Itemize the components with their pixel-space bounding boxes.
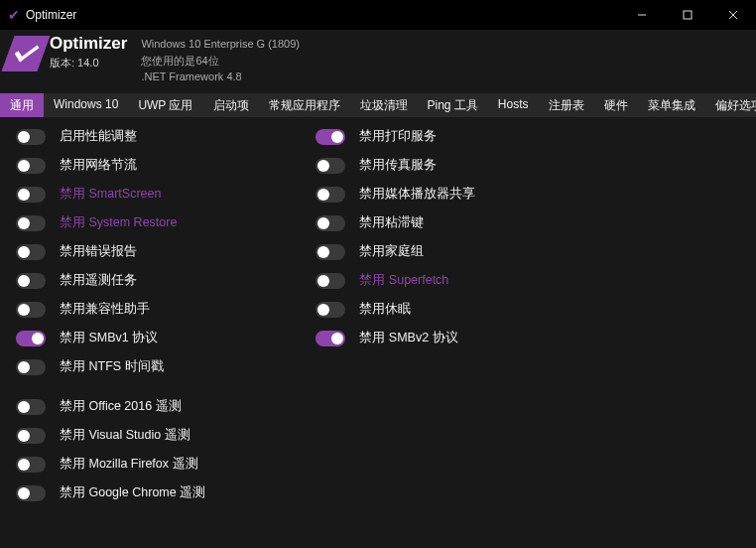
toggle-switch[interactable] [16, 428, 46, 444]
toggle-row: 启用性能调整 [16, 127, 177, 147]
window-controls [619, 0, 756, 30]
toggle-label: 禁用 Visual Studio 遥测 [60, 427, 190, 444]
toggle-row: 禁用 Google Chrome 遥测 [16, 483, 740, 503]
toggle-label: 禁用错误报告 [60, 243, 137, 260]
tab-垃圾清理[interactable]: 垃圾清理 [350, 93, 418, 117]
toggle-row: 禁用媒体播放器共享 [315, 185, 475, 205]
titlebar: ✔ Optimizer [0, 0, 756, 30]
app-version: 版本: 14.0 [50, 56, 127, 70]
toggle-label: 禁用网络节流 [60, 157, 137, 174]
toggle-row: 禁用传真服务 [315, 156, 475, 176]
content-panel: 启用性能调整禁用网络节流禁用 SmartScreen禁用 System Rest… [0, 117, 756, 513]
toggle-switch[interactable] [315, 158, 345, 174]
toggle-switch[interactable] [16, 244, 46, 260]
toggle-switch[interactable] [16, 399, 46, 415]
app-icon: ✔ [8, 7, 20, 23]
tab-常规应用程序[interactable]: 常规应用程序 [259, 93, 350, 117]
toggle-row: 禁用粘滞键 [315, 213, 475, 233]
app-info: Optimizer 版本: 14.0 [50, 34, 127, 70]
toggle-row: 禁用 NTFS 时间戳 [16, 357, 177, 377]
toggle-label: 禁用兼容性助手 [60, 301, 150, 318]
tab-通用[interactable]: 通用 [0, 93, 44, 117]
net-line: .NET Framework 4.8 [141, 68, 300, 85]
arch-line: 您使用的是64位 [141, 53, 300, 69]
maximize-button[interactable] [665, 0, 710, 30]
tab-硬件[interactable]: 硬件 [594, 93, 638, 117]
toggle-label: 禁用 Superfetch [359, 272, 448, 289]
tab-偏好选项[interactable]: 偏好选项 [705, 93, 756, 117]
toggle-switch[interactable] [315, 129, 345, 145]
toggle-row: 禁用遥测任务 [16, 271, 177, 291]
toggle-label: 禁用休眠 [359, 301, 411, 318]
toggle-row: 禁用网络节流 [16, 156, 177, 176]
toggle-row: 禁用 Mozilla Firefox 遥测 [16, 455, 740, 475]
toggle-label: 禁用传真服务 [359, 157, 437, 174]
toggle-switch[interactable] [16, 359, 46, 375]
toggle-row: 禁用 SmartScreen [16, 185, 177, 205]
toggle-row: 禁用休眠 [315, 300, 475, 320]
toggle-switch[interactable] [315, 273, 345, 289]
toggle-row: 禁用 Office 2016 遥测 [16, 397, 740, 417]
toggle-switch[interactable] [16, 331, 46, 346]
svg-rect-1 [684, 11, 692, 19]
toggle-switch[interactable] [315, 244, 345, 260]
toggle-label: 禁用 SmartScreen [60, 186, 161, 203]
logo-icon [8, 36, 44, 71]
toggle-label: 禁用家庭组 [359, 243, 424, 260]
os-line: Windows 10 Enterprise G (1809) [141, 36, 300, 53]
toggle-switch[interactable] [315, 331, 345, 346]
toggle-label: 禁用 NTFS 时间戳 [60, 358, 164, 375]
toggle-row: 禁用 SMBv1 协议 [16, 329, 177, 348]
tab-bar: 通用Windows 10UWP 应用启动项常规应用程序垃圾清理Ping 工具Ho… [0, 93, 756, 117]
tab-启动项[interactable]: 启动项 [203, 93, 259, 117]
minimize-button[interactable] [619, 0, 665, 30]
toggle-switch[interactable] [16, 129, 46, 145]
tab-注册表[interactable]: 注册表 [539, 93, 594, 117]
tab-菜单集成[interactable]: 菜单集成 [638, 93, 705, 117]
toggle-label: 禁用粘滞键 [359, 214, 424, 231]
toggle-row: 禁用家庭组 [315, 242, 475, 262]
system-info: Windows 10 Enterprise G (1809) 您使用的是64位 … [141, 36, 300, 85]
toggle-switch[interactable] [315, 187, 345, 203]
toggle-label: 禁用 Office 2016 遥测 [60, 398, 182, 415]
toggle-column-left: 启用性能调整禁用网络节流禁用 SmartScreen禁用 System Rest… [16, 127, 177, 377]
toggle-row: 禁用打印服务 [315, 127, 475, 147]
toggle-label: 禁用 SMBv2 协议 [359, 330, 457, 346]
toggle-switch[interactable] [16, 485, 46, 501]
tab-Hosts[interactable]: Hosts [488, 93, 539, 117]
toggle-column-bottom: 禁用 Office 2016 遥测禁用 Visual Studio 遥测禁用 M… [16, 397, 740, 503]
tab-UWP 应用[interactable]: UWP 应用 [128, 93, 202, 117]
tab-Ping 工具[interactable]: Ping 工具 [418, 93, 488, 117]
toggle-switch[interactable] [16, 215, 46, 231]
header: Optimizer 版本: 14.0 Windows 10 Enterprise… [0, 30, 756, 93]
toggle-label: 禁用 System Restore [60, 214, 177, 231]
toggle-switch[interactable] [315, 302, 345, 318]
toggle-row: 禁用 Visual Studio 遥测 [16, 426, 740, 446]
toggle-switch[interactable] [16, 187, 46, 203]
toggle-column-right: 禁用打印服务禁用传真服务禁用媒体播放器共享禁用粘滞键禁用家庭组禁用 Superf… [315, 127, 475, 377]
close-button[interactable] [710, 0, 756, 30]
toggle-switch[interactable] [16, 457, 46, 473]
toggle-switch[interactable] [16, 302, 46, 318]
toggle-row: 禁用 Superfetch [315, 271, 475, 291]
toggle-row: 禁用 System Restore [16, 213, 177, 233]
toggle-label: 禁用 Google Chrome 遥测 [60, 484, 205, 501]
toggle-label: 禁用遥测任务 [60, 272, 137, 289]
toggle-label: 启用性能调整 [60, 128, 137, 145]
toggle-label: 禁用 Mozilla Firefox 遥测 [60, 456, 198, 473]
toggle-switch[interactable] [16, 158, 46, 174]
app-name: Optimizer [50, 34, 127, 54]
toggle-switch[interactable] [315, 215, 345, 231]
toggle-label: 禁用打印服务 [359, 128, 437, 145]
toggle-label: 禁用媒体播放器共享 [359, 186, 475, 203]
toggle-row: 禁用 SMBv2 协议 [315, 329, 475, 348]
window-title: Optimizer [26, 8, 619, 22]
tab-Windows 10[interactable]: Windows 10 [44, 93, 128, 117]
toggle-row: 禁用错误报告 [16, 242, 177, 262]
toggle-switch[interactable] [16, 273, 46, 289]
toggle-label: 禁用 SMBv1 协议 [60, 330, 158, 346]
toggle-row: 禁用兼容性助手 [16, 300, 177, 320]
